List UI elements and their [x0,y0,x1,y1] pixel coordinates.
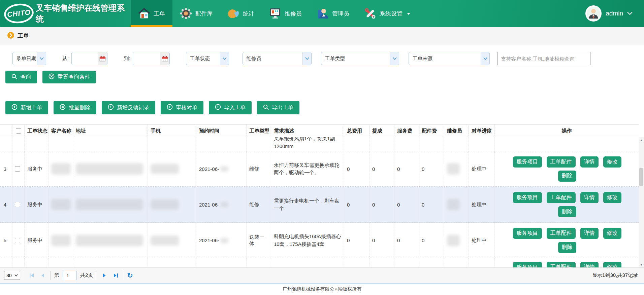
last-page-button[interactable] [112,272,119,279]
row-number: 5 [0,223,12,258]
calendar-icon[interactable] [98,52,107,65]
service-items-button[interactable]: 服务项目 [513,156,542,168]
description-cell: 需更换行走电机一个，刹车盘一个 [271,187,344,222]
tools-icon [364,7,376,20]
date-type-select[interactable]: 录单日期 [12,52,46,65]
service-items-button[interactable]: 服务项目 [513,228,542,239]
batch-delete-button[interactable]: 批量删除 [54,101,96,114]
page-prefix-label: 第 [54,272,59,279]
filter-section: 录单日期 从: 到: [0,45,644,83]
redacted-phone [151,164,179,174]
actions-cell: 服务项目 工单配件 详情 修改 删除 [495,187,639,222]
page-number-input[interactable] [63,271,76,280]
next-page-button[interactable] [101,272,108,279]
date-from-input[interactable] [72,52,98,65]
repairman-cell [444,223,469,258]
page-size-select[interactable]: 30 [4,271,20,280]
user-menu[interactable]: admin [585,0,644,27]
search-input[interactable] [497,52,590,65]
scroll-up-icon[interactable]: ▲ [639,137,644,143]
row-checkbox[interactable] [15,202,20,207]
import-workorders-button[interactable]: 导入工单 [209,101,252,114]
nav-item-settings[interactable]: 系统设置 [357,0,418,27]
edit-button[interactable]: 修改 [603,262,621,267]
edit-button[interactable]: 修改 [603,228,621,239]
order-parts-button[interactable]: 工单配件 [547,262,576,267]
plus-circle-icon [11,104,18,111]
export-workorders-button[interactable]: 导出工单 [257,101,299,114]
service-items-button[interactable]: 服务项目 [513,192,542,203]
order-parts-button[interactable]: 工单配件 [547,156,576,168]
appointment-cell: 2021-06- [196,223,247,258]
order-parts-button[interactable]: 工单配件 [547,192,576,203]
calendar-icon[interactable] [160,52,169,65]
add-feedback-button[interactable]: 新增反馈记录 [102,101,155,114]
order-parts-button[interactable]: 工单配件 [547,228,576,239]
audit-order-button[interactable]: 审核对单 [161,101,203,114]
chevron-down-icon [390,52,399,65]
order-type-select[interactable]: 工单类型 [321,52,399,65]
table-row-partial-top: 叉车报价风扇1个，货叉1副 1200mm [0,137,639,151]
delete-button[interactable]: 删除 [558,242,576,253]
order-source-select[interactable]: 工单来源 [409,52,490,65]
search-icon [263,104,269,111]
nav-item-stats[interactable]: 统计 [220,0,262,27]
nav-item-label: 配件库 [195,10,213,17]
pagination-bar: 30 第 共2页 ↻ 显示1到30,共37记录 [0,267,644,283]
redacted-date [220,238,229,243]
col-header-description: 需求描述 [271,125,344,137]
reset-filters-button[interactable]: 重置查询条件 [42,71,96,83]
refresh-icon[interactable]: ↻ [127,272,133,279]
date-to-input[interactable] [133,52,160,65]
vertical-scrollbar[interactable]: ▲ ▼ [639,137,644,267]
query-button[interactable]: 查询 [5,71,37,83]
col-header-address: 地址 [73,125,148,137]
row-checkbox[interactable] [15,238,20,243]
page-footer: 广州驰腾机械设备有限公司©版权所有 [0,283,644,295]
copyright-text: 广州驰腾机械设备有限公司©版权所有 [283,286,361,292]
date-to-field[interactable] [133,52,170,65]
select-all-checkbox[interactable] [16,128,21,134]
delete-button[interactable]: 删除 [558,171,576,182]
total-fee-cell: 0 [344,223,369,258]
delete-button[interactable]: 删除 [558,206,576,217]
add-workorder-button[interactable]: 新增工单 [5,101,48,114]
nav-item-parts[interactable]: 配件库 [172,0,220,27]
nav-item-admins[interactable]: 管理员 [309,0,357,27]
edit-button[interactable]: 修改 [603,192,621,203]
customer-cell [49,223,73,258]
total-pages-label: 共2页 [80,272,93,279]
separator [50,271,51,280]
details-button[interactable]: 详情 [580,156,599,168]
nav-item-workorders[interactable]: 工单 [131,0,172,27]
scroll-down-icon[interactable]: ▼ [639,262,644,267]
repairman-cell [444,151,469,186]
redacted-customer [51,235,71,246]
first-page-button[interactable] [28,272,35,279]
scrollbar-thumb[interactable] [639,168,643,186]
col-header-phone: 手机 [148,125,196,137]
logo-mark: CHITO [3,2,35,25]
chevron-down-icon [220,52,229,65]
prev-page-button[interactable] [39,272,46,279]
plus-circle-icon [108,104,114,111]
col-header-repairman: 维修员 [444,125,469,137]
edit-button[interactable]: 修改 [603,156,621,168]
search-icon [11,74,17,81]
row-number-header [0,125,12,137]
chevron-down-icon [481,52,489,65]
details-button[interactable]: 详情 [580,262,599,267]
row-checkbox[interactable] [15,166,20,172]
type-cell: 维修 [247,151,271,186]
date-from-field[interactable] [71,52,107,65]
order-status-select[interactable]: 工单状态 [186,52,229,65]
service-items-button[interactable]: 服务项目 [513,262,542,267]
redacted-customer [51,199,71,210]
details-button[interactable]: 详情 [580,192,599,203]
nav-item-repairmen[interactable]: 维修员 [262,0,309,27]
repairman-select[interactable]: 维修员 [243,52,312,65]
address-cell [73,151,148,186]
details-button[interactable]: 详情 [580,228,599,239]
appointment-cell: 2021-06- [196,187,247,222]
toolbar: 新增工单 批量删除 新增反馈记录 审核对单 导入工单 [0,101,644,114]
